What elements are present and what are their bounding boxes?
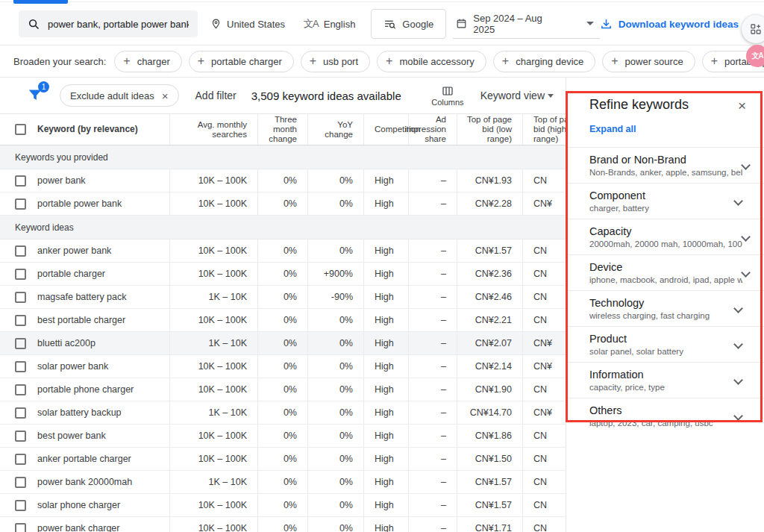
table-row[interactable]: bluetti ac200p 1K – 10K 0% 0% High – CN¥… xyxy=(0,332,566,355)
select-all-checkbox[interactable] xyxy=(0,114,37,145)
row-checkbox[interactable] xyxy=(0,169,37,192)
searches-cell: 10K – 100K xyxy=(169,355,257,378)
filter-button[interactable]: 1 xyxy=(27,87,45,104)
plus-icon: + xyxy=(310,55,316,67)
refine-section[interactable]: Technology wireless charging, fast charg… xyxy=(566,290,764,326)
table-row[interactable]: anker power bank 10K – 100K 0% 0% High –… xyxy=(0,240,566,263)
chevron-down-icon xyxy=(733,339,743,349)
competition-cell: High xyxy=(363,425,408,447)
refine-section[interactable]: Component charger, battery xyxy=(566,183,764,219)
header-yoy-change[interactable]: YoY change xyxy=(307,114,363,145)
add-filter-button[interactable]: Add filter xyxy=(195,90,237,101)
refine-section[interactable]: Others laptop, 2023, car, camping, usbc xyxy=(566,398,764,434)
table-row[interactable]: solar power bank 10K – 100K 0% 0% High –… xyxy=(0,355,566,378)
keyword-search-input[interactable]: power bank, portable power bank xyxy=(19,10,198,37)
table-row[interactable]: anker portable charger 10K – 100K 0% 0% … xyxy=(0,448,566,471)
close-icon[interactable]: × xyxy=(738,98,746,113)
bid-low-cell: CN¥1.71 xyxy=(457,517,522,532)
header-top-of-page-bid-high[interactable]: Top of page bid (high range) xyxy=(522,114,566,145)
header-keyword[interactable]: Keyword (by relevance) xyxy=(37,114,169,145)
bid-high-cell: CN xyxy=(522,240,566,262)
broaden-chip[interactable]: + power source xyxy=(602,51,695,72)
row-checkbox[interactable] xyxy=(0,332,37,354)
yoy-cell: 0% xyxy=(307,378,363,401)
keyword-cell: power bank 20000mah xyxy=(37,471,169,493)
table-row[interactable]: power bank 10K – 100K 0% 0% High – CN¥1.… xyxy=(0,169,566,193)
keyword-cell: power bank xyxy=(37,169,169,192)
row-checkbox[interactable] xyxy=(0,263,37,285)
keyword-cell: anker power bank xyxy=(37,240,169,262)
table-row[interactable]: portable charger 10K – 100K 0% +900% Hig… xyxy=(0,263,566,286)
row-checkbox[interactable] xyxy=(0,193,37,215)
broaden-chip[interactable]: + charging device xyxy=(493,51,595,72)
three-month-cell: 0% xyxy=(257,263,307,285)
keyword-view-dropdown[interactable]: Keyword view xyxy=(480,90,554,101)
table-row[interactable]: power bank 20000mah 1K – 10K 0% 0% High … xyxy=(0,471,566,494)
ad-share-cell: – xyxy=(408,309,457,331)
bid-low-cell: CN¥1.86 xyxy=(457,425,522,447)
row-checkbox[interactable] xyxy=(0,240,37,262)
refine-section[interactable]: Product solar panel, solar battery xyxy=(566,326,764,362)
language-selector[interactable]: 文A English xyxy=(304,17,355,31)
table-row[interactable]: power bank charger 10K – 100K 0% 0% High… xyxy=(0,517,566,532)
row-checkbox[interactable] xyxy=(0,401,37,424)
date-range-selector[interactable]: Sep 2024 – Aug 2025 xyxy=(453,9,599,39)
table-row[interactable]: magsafe battery pack 1K – 10K 0% -90% Hi… xyxy=(0,286,566,309)
table-row[interactable]: portable phone charger 10K – 100K 0% 0% … xyxy=(0,378,566,401)
row-checkbox[interactable] xyxy=(0,378,37,401)
row-checkbox[interactable] xyxy=(0,517,37,532)
table-row[interactable]: best portable charger 10K – 100K 0% 0% H… xyxy=(0,309,566,332)
broaden-chip[interactable]: + portable charger xyxy=(189,51,294,72)
refine-section[interactable]: Information capacity, price, type xyxy=(566,362,764,398)
row-checkbox[interactable] xyxy=(0,494,37,516)
row-checkbox[interactable] xyxy=(0,355,37,378)
yoy-cell: 0% xyxy=(307,332,363,354)
plus-icon: + xyxy=(611,55,618,67)
refine-section-title: Component xyxy=(589,189,649,202)
location-selector[interactable]: United States xyxy=(210,18,285,30)
refine-section[interactable]: Device iphone, macbook, android, ipad, a… xyxy=(566,254,764,290)
translate-fab-button[interactable]: 文A xyxy=(746,45,764,67)
yoy-cell: 0% xyxy=(307,169,363,192)
header-avg-monthly-searches[interactable]: Avg. monthly searches xyxy=(169,114,257,145)
header-competition[interactable]: Competition xyxy=(363,114,408,145)
row-checkbox[interactable] xyxy=(0,286,37,308)
refine-section[interactable]: Brand or Non-Brand Non-Brands, anker, ap… xyxy=(566,147,764,183)
header-ad-impression-share[interactable]: Ad impression share xyxy=(408,114,457,145)
three-month-cell: 0% xyxy=(257,309,307,331)
yoy-cell: 0% xyxy=(307,309,363,331)
row-checkbox[interactable] xyxy=(0,471,37,493)
close-icon[interactable]: × xyxy=(162,90,169,102)
row-checkbox[interactable] xyxy=(0,309,37,331)
table-row[interactable]: portable power bank 10K – 100K 0% 0% Hig… xyxy=(0,193,566,216)
competition-cell: High xyxy=(363,169,408,192)
extension-grid-button[interactable] xyxy=(742,15,764,43)
keyword-ideas-count: 3,509 keyword ideas available xyxy=(251,90,401,102)
table-row[interactable]: solar phone charger 10K – 100K 0% 0% Hig… xyxy=(0,494,566,517)
keywords-table: Keyword (by relevance) Avg. monthly sear… xyxy=(0,113,566,532)
yoy-cell: 0% xyxy=(307,193,363,215)
translate-icon: 文A xyxy=(751,51,763,61)
refine-keywords-panel: Refine keywords × Expand all Brand or No… xyxy=(566,78,764,532)
broaden-chip[interactable]: + charger xyxy=(114,51,181,72)
table-row[interactable]: solar battery backup 1K – 10K 0% 0% High… xyxy=(0,401,566,425)
three-month-cell: 0% xyxy=(257,332,307,354)
refine-section[interactable]: Capacity 20000mah, 20000 mah, 10000mah, … xyxy=(566,219,764,254)
chevron-down-icon xyxy=(741,232,751,242)
broaden-chip[interactable]: + mobile accessory xyxy=(377,51,486,72)
keyword-cell: solar phone charger xyxy=(37,494,169,516)
broaden-chip[interactable]: + usb port xyxy=(301,51,370,72)
table-row[interactable]: best power bank 10K – 100K 0% 0% High – … xyxy=(0,425,566,448)
row-checkbox[interactable] xyxy=(0,425,37,447)
bid-low-cell: CN¥1.57 xyxy=(457,494,522,516)
searches-cell: 10K – 100K xyxy=(169,263,257,285)
header-top-of-page-bid-low[interactable]: Top of page bid (low range) xyxy=(457,114,522,145)
download-keyword-ideas-button[interactable]: Download keyword ideas xyxy=(600,18,739,31)
yoy-cell: 0% xyxy=(307,517,363,532)
exclude-adult-ideas-chip[interactable]: Exclude adult ideas × xyxy=(60,84,179,107)
header-three-month-change[interactable]: Three month change xyxy=(257,114,307,145)
columns-button[interactable]: Columns xyxy=(431,85,463,107)
row-checkbox[interactable] xyxy=(0,448,37,470)
expand-all-link[interactable]: Expand all xyxy=(566,113,764,147)
network-selector[interactable]: Google xyxy=(371,9,446,39)
